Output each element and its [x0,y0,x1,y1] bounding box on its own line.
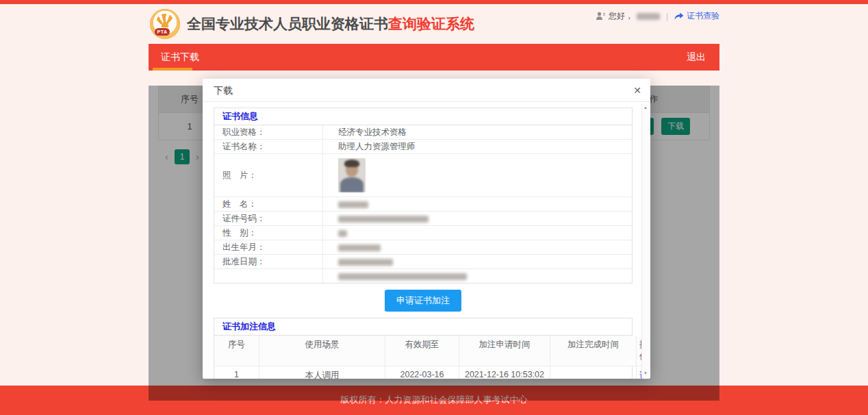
row-photo: 照 片： [214,154,632,197]
close-icon[interactable]: ✕ [633,79,641,102]
user-icon [596,12,605,21]
certificate-name-value: 助理人力资源管理师 [322,140,632,153]
annotation-header-complete-time: 加注完成时间 [550,336,637,366]
annotation-table: 序号 使用场景 有效期至 加注申请时间 加注完成时间 操作 1 本人调用 202… [214,336,632,379]
scroll-down-icon[interactable]: ▼ [642,371,649,375]
annotation-row-scene: 本人调用 [259,366,385,379]
annotation-table-row: 1 本人调用 2022-03-16 2021-12-16 10:53:02 证书… [214,366,632,379]
occupation-value: 经济专业技术资格 [322,125,632,139]
apply-annotation-button[interactable]: 申请证书加注 [385,290,461,312]
user-block: 您好， | 证书查验 [596,10,719,22]
certificate-info-box: 证书信息 职业资格： 经济专业技术资格 证书名称： 助理人力资源管理师 照 片： [214,108,633,284]
divider: | [666,12,668,21]
annotation-header-index: 序号 [214,336,259,366]
id-number-value-redacted [322,212,632,225]
logout-button[interactable]: 退出 [673,44,719,71]
row-id-number: 证件号码： [214,212,632,226]
gender-value-redacted [322,226,632,240]
share-arrow-icon [674,12,684,21]
annotation-header-valid-until: 有效期至 [385,336,459,366]
gender-label: 性 别： [214,226,322,240]
site-header: PTA 全国专业技术人员职业资格证书查询验证系统 您好， | 证书查验 [149,4,719,44]
annotation-info-box: 证书加注信息 序号 使用场景 有效期至 加注申请时间 加注完成时间 操作 1 本… [214,318,633,379]
birth-date-label: 出生年月： [214,240,322,254]
certificate-verify-link[interactable]: 证书查验 [674,10,719,22]
row-certificate-name: 证书名称： 助理人力资源管理师 [214,140,632,154]
page-title: 全国专业技术人员职业资格证书查询验证系统 [187,4,474,44]
modal-title: 下载 [214,85,233,96]
annotation-table-header-row: 序号 使用场景 有效期至 加注申请时间 加注完成时间 操作 [214,336,632,366]
portrait-photo [338,158,366,192]
photo-value [322,154,632,197]
name-value-redacted [322,197,632,211]
row-name: 姓 名： [214,197,632,212]
tab-certificate-download-label: 证书下载 [161,51,199,62]
redacted-username [637,13,660,20]
page-title-accent: 查询验证系统 [388,16,474,32]
annotation-row-complete-time [550,366,637,379]
active-tab-indicator [153,68,192,71]
row-extra [214,269,632,283]
certificate-info-section-title: 证书信息 [214,108,632,125]
modal-header: 下载 ✕ [203,79,650,102]
annotation-row-apply-time: 2021-12-16 10:53:02 [459,366,550,379]
logo-rays [157,14,173,27]
approval-date-label: 批准日期： [214,255,322,268]
extra-label [214,269,322,283]
occupation-label: 职业资格： [214,125,322,139]
approval-date-value-redacted [322,255,632,268]
annotation-header-apply-time: 加注申请时间 [459,336,550,366]
row-approval-date: 批准日期： [214,255,632,269]
main-nav: 证书下载 退出 [149,44,719,71]
row-occupation: 职业资格： 经济专业技术资格 [214,125,632,140]
portrait-photo-content [338,158,366,192]
annotation-row-valid-until: 2022-03-16 [385,366,459,379]
download-modal: 下载 ✕ 证书信息 职业资格： 经济专业技术资格 证书名称： 助理人力资源管理师… [203,79,650,379]
tab-certificate-download[interactable]: 证书下载 [149,44,213,71]
extra-value-redacted [322,269,632,283]
pta-logo-icon: PTA [150,9,180,39]
name-label: 姓 名： [214,197,322,211]
certificate-verify-label: 证书查验 [687,10,719,22]
photo-label: 照 片： [214,154,322,197]
modal-scrollbar[interactable]: ▲ ▼ [641,103,649,377]
modal-body: 证书信息 职业资格： 经济专业技术资格 证书名称： 助理人力资源管理师 照 片： [203,102,650,379]
annotation-section-title: 证书加注信息 [214,318,632,336]
page-title-main: 全国专业技术人员职业资格证书 [187,16,388,32]
id-number-label: 证件号码： [214,212,322,225]
row-birth-date: 出生年月： [214,240,632,255]
scroll-up-icon[interactable]: ▲ [642,105,649,110]
certificate-name-label: 证书名称： [214,140,322,153]
annotation-header-scene: 使用场景 [259,336,385,366]
logo-badge: PTA [155,28,170,36]
row-gender: 性 别： [214,226,632,240]
annotation-row-index: 1 [214,366,259,379]
birth-date-value-redacted [322,240,632,254]
greeting-text: 您好， [609,10,633,22]
